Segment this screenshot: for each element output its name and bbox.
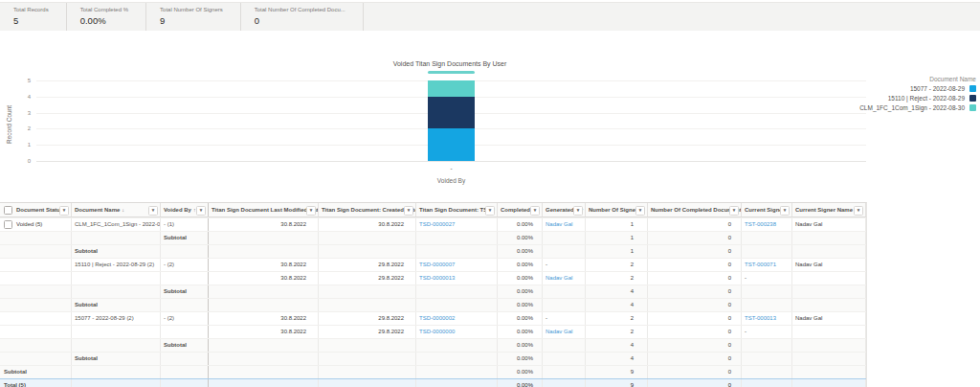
select-all-checkbox[interactable]: [4, 206, 12, 215]
cell-number-of-signers: 4: [586, 339, 648, 352]
cell-created-date: 29.8.2022: [319, 326, 416, 338]
cell-completed-pct: 0.00%: [498, 272, 543, 285]
cell-text: 0.00%: [517, 382, 533, 387]
cell-link[interactable]: TSD-0000007: [419, 262, 455, 267]
cell-number-of-completed-documents: 0: [648, 232, 742, 244]
filter-dropdown-icon[interactable]: ▾: [306, 206, 316, 216]
cell-last-modified-date: [209, 379, 319, 387]
y-tick-label: 4: [0, 94, 31, 100]
cell-link[interactable]: TST-000238: [745, 221, 776, 227]
cell-text: 0.00%: [517, 302, 533, 307]
column-header-completed-pct[interactable]: Completed %▾: [498, 203, 543, 216]
filter-dropdown-icon[interactable]: ▾: [59, 206, 69, 216]
cell-created-date: [319, 245, 416, 258]
cell-link[interactable]: Nadav Gal: [546, 275, 572, 281]
cell-text: 0: [728, 235, 731, 240]
filter-dropdown-icon[interactable]: ▾: [780, 206, 790, 216]
table-row-data: 30.8.202229.8.2022TSD-00000000.00%Nadav …: [0, 325, 866, 338]
filter-dropdown-icon[interactable]: ▾: [196, 206, 206, 216]
cell-current-signer: [742, 379, 792, 387]
cell-link[interactable]: TSD-0000000: [419, 329, 455, 334]
cell-text: Subtotal: [4, 366, 27, 378]
bar-segment-2[interactable]: [428, 97, 475, 129]
column-header-current-signer[interactable]: Current Signer▾: [742, 203, 792, 216]
cell-text: 0: [728, 315, 731, 321]
cell-number-of-completed-documents: 0: [648, 285, 742, 298]
bar-segment-3[interactable]: [428, 80, 475, 97]
cell-text: 4: [631, 342, 634, 348]
cell-text: 4: [631, 302, 634, 307]
filter-dropdown-icon[interactable]: ▾: [573, 206, 583, 216]
cell-link[interactable]: TST-000071: [745, 262, 776, 267]
column-header-label: Document Status: [16, 203, 63, 216]
filter-dropdown-icon[interactable]: ▾: [635, 206, 645, 216]
row-checkbox[interactable]: [4, 220, 12, 229]
cell-text: 0.00%: [517, 355, 533, 361]
metric-label: Total Completed %: [80, 6, 128, 14]
cell-text: -: [546, 315, 547, 321]
column-header-document-name[interactable]: Document Name↓▾: [72, 203, 161, 216]
filter-dropdown-icon[interactable]: ▾: [485, 206, 495, 216]
filter-dropdown-icon[interactable]: ▾: [729, 206, 739, 216]
cell-text: 0.00%: [517, 288, 533, 294]
cell-link[interactable]: TSD-0000027: [419, 221, 455, 227]
table-row-subtotal: Subtotal0.00%10: [0, 244, 866, 258]
cell-number-of-signers: 2: [586, 312, 648, 325]
column-header-number-of-signers[interactable]: Number Of Signers▾: [586, 203, 648, 216]
cell-number-of-signers: 4: [586, 353, 648, 365]
cell-document-name: 15110 | Reject - 2022-08-29 (2): [72, 259, 161, 271]
column-header-voided-by[interactable]: Voided By↑▾: [161, 203, 209, 216]
column-header-number-of-completed-documents[interactable]: Number Of Completed Documents▾: [648, 203, 742, 216]
column-header-document-status[interactable]: Document Status↑▾: [0, 203, 72, 216]
filter-dropdown-icon[interactable]: ▾: [530, 206, 540, 216]
cell-last-modified-date: [209, 245, 319, 258]
cell-text: 9: [631, 369, 634, 375]
cell-last-modified-date: 30.8.2022: [209, 312, 319, 325]
table-row-subtotal: Subtotal0.00%40: [0, 352, 866, 365]
filter-dropdown-icon[interactable]: ▾: [404, 206, 413, 216]
cell-link[interactable]: TST-000013: [745, 315, 776, 321]
cell-generated-by: Nadav Gal: [543, 218, 586, 231]
cell-document-name: [72, 285, 161, 298]
cell-text: 0.00%: [517, 262, 533, 267]
table-row-subtotal: Subtotal0.00%10: [0, 231, 866, 244]
cell-number-of-signers: 2: [586, 259, 648, 271]
metric-value: 5: [13, 14, 49, 27]
cell-current-signer-name: [792, 285, 866, 298]
cell-generated-by: [543, 245, 586, 258]
cell-text: - (2): [164, 315, 174, 321]
column-header-created-date[interactable]: Titan Sign Document: Created Date▾: [319, 203, 416, 216]
cell-text: 0.00%: [517, 275, 533, 281]
cell-number-of-completed-documents: 0: [648, 353, 742, 365]
cell-tsd-number: TSD-0000013: [416, 272, 498, 285]
cell-number-of-completed-documents: 0: [648, 339, 742, 352]
cell-number-of-completed-documents: 0: [648, 272, 742, 285]
cell-link[interactable]: Nadav Gal: [546, 221, 572, 227]
cell-tsd-number: TSD-0000002: [416, 312, 498, 325]
column-header-last-modified-date[interactable]: Titan Sign Document Last Modified Date▾: [209, 203, 319, 216]
cell-text: 0.00%: [517, 315, 533, 321]
column-header-generated-by[interactable]: Generated By▾: [543, 203, 586, 216]
bar-segment-1[interactable]: [428, 128, 475, 161]
column-header-tsd-number[interactable]: Titan Sign Document: TSD#▾: [416, 203, 498, 216]
cell-current-signer: [742, 353, 792, 365]
cell-current-signer-name: [792, 366, 866, 378]
cell-text: 15110 | Reject - 2022-08-29 (2): [75, 262, 154, 267]
filter-dropdown-icon[interactable]: ▾: [148, 206, 158, 216]
filter-dropdown-icon[interactable]: ▾: [854, 206, 863, 216]
cell-current-signer: TST-000238: [742, 218, 792, 231]
cell-link[interactable]: Nadav Gal: [546, 329, 572, 334]
column-header-label: Document Name: [75, 207, 120, 213]
cell-link[interactable]: TSD-0000002: [419, 315, 455, 321]
cell-created-date: [319, 299, 416, 311]
cell-document-status: [0, 326, 72, 338]
cell-last-modified-date: 30.8.2022: [209, 218, 319, 231]
cell-last-modified-date: [209, 366, 319, 378]
cell-link[interactable]: TSD-0000013: [419, 275, 455, 281]
cell-text: 0: [728, 355, 731, 361]
cell-document-name: [72, 366, 161, 378]
column-header-current-signer-name[interactable]: Current Signer Name▾: [792, 203, 866, 216]
cell-text: 0: [728, 288, 731, 294]
legend-entry-label: 15110 | Reject - 2022-08-29: [888, 95, 965, 102]
cell-voided-by: - (1): [161, 218, 209, 231]
